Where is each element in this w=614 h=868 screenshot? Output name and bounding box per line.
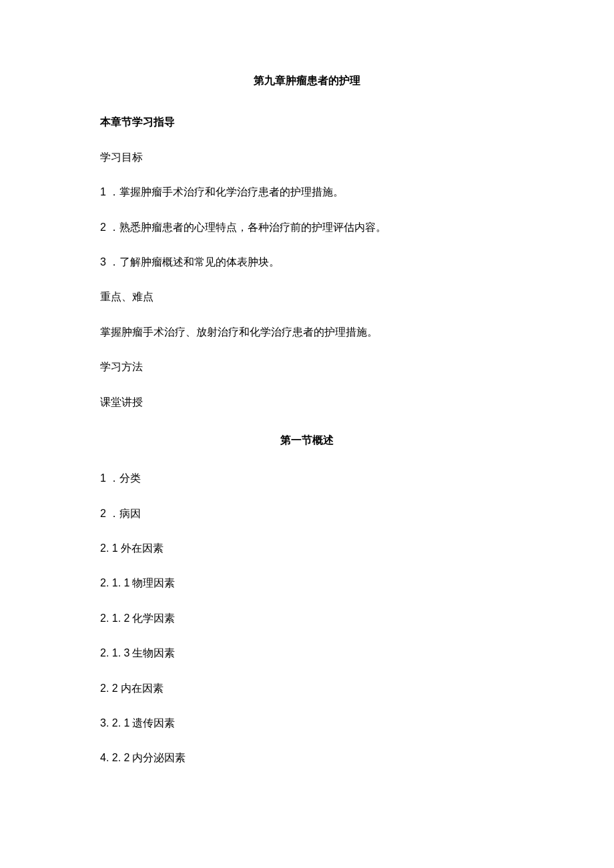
objective-text: 了解肿瘤概述和常见的体表肿块。 [119,256,280,268]
objective-sep: ． [106,256,119,268]
outline-text: 病因 [119,508,141,519]
objective-sep: ． [106,222,119,233]
outline-text: 化学因素 [132,612,175,624]
outline-item: 2. 1. 2 化学因素 [100,611,514,626]
outline-num: 2. 1. 3 [100,647,129,659]
outline-item: 2. 1. 3 生物因素 [100,646,514,661]
outline-num: 2. 1. 1 [100,577,129,588]
outline-num: 2. 1. 2 [100,612,129,624]
objective-sep: ． [106,186,119,197]
outline-item: 2 ．病因 [100,506,514,521]
outline-num: 2. 2 [100,683,118,694]
method-text: 课堂讲授 [100,395,514,410]
outline-sep: ． [106,472,119,484]
document-page: 第九章肿瘤患者的护理 本章节学习指导 学习目标 1 ．掌握肿瘤手术治疗和化学治疗… [0,0,614,766]
outline-num: 3. 2. 1 [100,717,129,729]
objective-num: 2 [100,222,106,233]
key-points-heading: 重点、难点 [100,290,514,304]
key-points-text: 掌握肿瘤手术治疗、放射治疗和化学治疗患者的护理措施。 [100,325,514,340]
objective-item: 1 ．掌握肿瘤手术治疗和化学治疗患者的护理措施。 [100,185,514,199]
objectives-heading: 学习目标 [100,150,514,165]
outline-sep: ． [106,508,119,519]
outline-text: 遗传因素 [132,717,175,729]
outline-item: 2. 2 内在因素 [100,681,514,696]
outline-text: 分类 [119,472,141,484]
guide-heading: 本章节学习指导 [100,115,514,129]
outline-num: 2 [100,508,106,519]
outline-text: 内在因素 [121,683,164,694]
outline-num: 4. 2. 2 [100,752,129,763]
chapter-title: 第九章肿瘤患者的护理 [100,73,514,88]
outline-num: 1 [100,472,106,484]
outline-text: 生物因素 [132,647,175,659]
objective-num: 3 [100,256,106,268]
outline-text: 外在因素 [121,542,164,554]
outline-text: 内分泌因素 [132,752,186,763]
section-title: 第一节概述 [100,433,514,448]
outline-item: 2. 1 外在因素 [100,541,514,556]
objective-item: 3 ．了解肿瘤概述和常见的体表肿块。 [100,255,514,270]
outline-text: 物理因素 [132,577,175,588]
outline-item: 3. 2. 1 遗传因素 [100,716,514,731]
objective-num: 1 [100,186,106,197]
method-heading: 学习方法 [100,360,514,374]
objective-item: 2 ．熟悉肿瘤患者的心理特点，各种治疗前的护理评估内容。 [100,220,514,235]
objective-text: 掌握肿瘤手术治疗和化学治疗患者的护理措施。 [119,186,344,197]
outline-num: 2. 1 [100,542,118,554]
outline-item: 1 ．分类 [100,471,514,486]
objective-text: 熟悉肿瘤患者的心理特点，各种治疗前的护理评估内容。 [119,222,386,233]
outline-item: 4. 2. 2 内分泌因素 [100,751,514,765]
outline-item: 2. 1. 1 物理因素 [100,576,514,590]
